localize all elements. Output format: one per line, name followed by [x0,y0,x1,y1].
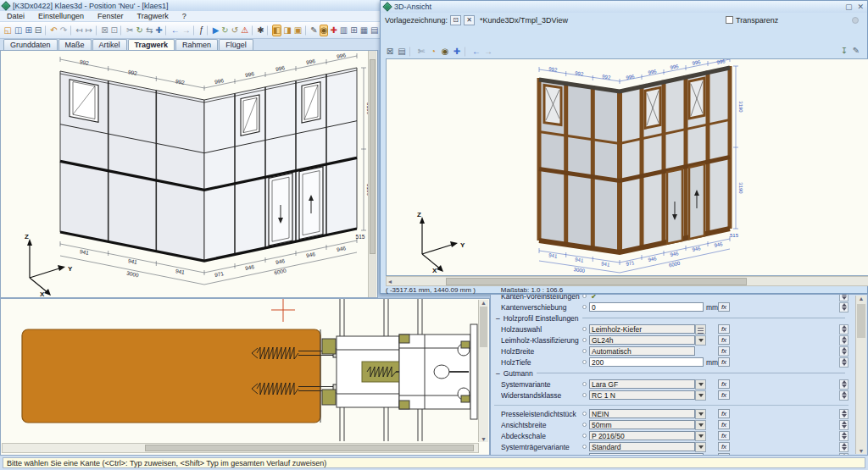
menu-item[interactable]: Datei [0,12,31,20]
view-right-button[interactable]: ▣ [293,25,303,36]
template-picker-icon[interactable]: ⊡ [450,15,461,25]
stepper[interactable] [839,379,849,390]
print-button[interactable]: ⊟ [34,25,42,36]
refresh-button[interactable]: ↻ [220,25,229,36]
row-option-dot[interactable] [582,305,587,309]
back-button[interactable]: ← [170,25,181,36]
delete-position-button[interactable]: ⊠ [100,25,108,36]
run-button[interactable]: ▶ [212,25,220,36]
properties-scrollbar[interactable]: ▲▼ [855,296,866,454]
section-detail-viewport[interactable]: ▲▼ [0,298,490,456]
row-option-dot[interactable] [582,423,587,427]
tools-button[interactable]: ✱ [256,25,264,36]
fx-button[interactable]: fx [718,379,730,389]
fx-button[interactable]: fx [718,302,730,312]
3d-viewport[interactable]: 996 996 996 996 996 992 992 992 971 946 … [386,58,868,276]
save-button[interactable]: ◫ [14,25,23,36]
forward-button[interactable]: → [181,25,192,36]
row-option-dot[interactable] [582,294,587,298]
browse-icon[interactable] [695,324,706,335]
tab-artikel[interactable]: Artikel [92,39,127,50]
dropdown-arrow-icon[interactable] [695,335,706,346]
menu-item[interactable]: Fenster [91,12,131,20]
presseleistendichtstueck-select[interactable] [589,409,695,418]
cut-3d-button[interactable]: ✄ [416,46,427,58]
cut-button[interactable]: ✂ [125,25,134,36]
stepper[interactable] [839,409,849,419]
render-button[interactable]: ▤ [397,46,408,58]
holzbreite-input[interactable] [589,346,695,356]
row-option-dot[interactable] [582,382,587,386]
row-option-dot[interactable] [582,360,587,364]
redo-button[interactable]: ↷ [59,25,68,36]
row-option-dot[interactable] [582,338,587,342]
template-clear-icon[interactable]: ✕ [464,15,475,25]
tab-fluegel[interactable]: Flügel [219,39,253,50]
mirror-button[interactable]: ⇆ [145,25,153,36]
view-forward-button[interactable]: → [483,46,494,58]
systemtraegervariante-select[interactable] [589,442,695,451]
stepper[interactable] [839,420,849,430]
export-button[interactable]: ↦ [85,25,93,36]
restore-button[interactable]: ▢ [845,3,853,11]
tab-tragwerk[interactable]: Tragwerk [128,39,175,50]
dropdown-arrow-icon[interactable] [695,431,706,441]
kantenverschiebung-input[interactable] [589,302,704,312]
menu-item[interactable]: Tragwerk [131,12,175,20]
fx-button[interactable]: fx [718,357,730,367]
menu-item[interactable]: Einstellungen [31,12,91,20]
move-button[interactable]: ✚ [154,25,163,36]
tab-grunddaten[interactable]: Grunddaten [3,39,58,50]
warning-button[interactable]: ⚠ [240,25,249,36]
fx-button[interactable]: fx [718,442,730,451]
wireframe-viewport[interactable]: 996 996 996 996 996 992 992 992 971 946 … [0,50,378,298]
holzauswahl-input[interactable] [589,324,695,334]
stepper[interactable] [839,431,849,441]
transparency-checkbox[interactable] [726,16,733,24]
zoom-window-button[interactable]: ⊠ [385,46,396,58]
undo-button[interactable]: ↶ [49,25,58,36]
stepper[interactable] [839,442,849,452]
pan-button[interactable]: ✚ [452,46,463,58]
copy-elements-button[interactable]: ⊞ [349,25,358,36]
dropdown-arrow-icon[interactable] [695,442,706,452]
dropdown-arrow-icon[interactable] [695,379,706,390]
formula-button[interactable]: ƒ [198,25,205,36]
stepper[interactable] [839,324,849,335]
stepper[interactable] [839,390,849,401]
anchor-button[interactable]: ✚ [329,25,337,36]
row-option-dot[interactable] [582,434,587,438]
dropdown-arrow-icon[interactable] [695,420,706,430]
rotate-button[interactable]: ↻ [135,25,143,36]
edit-view-button[interactable]: ✎ [851,45,862,57]
revert-button[interactable]: ↺ [231,25,239,36]
fx-button[interactable]: fx [718,335,730,345]
view-left-button[interactable]: ◧ [272,25,281,36]
view-both-button[interactable]: ◨ [282,25,292,36]
open-button[interactable]: ◱ [3,25,13,36]
close-button[interactable]: ✕ [857,3,864,11]
fx-button[interactable]: fx [718,324,730,334]
row-option-dot[interactable] [582,412,587,416]
row-option-dot[interactable] [582,327,587,331]
orbit-button[interactable]: ◔ [428,46,439,58]
detail-vertical-scrollbar[interactable]: ▲▼ [478,300,488,442]
visibility-button[interactable]: ◉ [320,25,329,36]
fx-button[interactable]: fx [718,420,730,429]
tab-masse[interactable]: Maße [58,39,92,50]
fx-button[interactable]: fx [718,346,730,356]
fx-button[interactable]: fx [718,390,730,400]
new-sheet-button[interactable]: ⊡ [110,25,119,36]
stepper[interactable] [839,335,849,346]
grid-button[interactable]: ▦ [359,25,369,36]
stepper[interactable] [839,346,849,357]
snapshot-button[interactable]: ↧ [839,45,850,57]
shade-button[interactable]: ◉ [440,46,451,58]
left-view-scrollbar[interactable] [368,51,376,297]
3d-horizontal-scrollbar[interactable]: ◂▸ [386,276,868,286]
dropdown-arrow-icon[interactable] [695,390,706,401]
edit-button[interactable]: ✎ [309,25,318,36]
tab-rahmen[interactable]: Rahmen [175,39,218,50]
columns-button[interactable]: ▥ [339,25,348,36]
holztiefe-input[interactable] [589,357,704,367]
